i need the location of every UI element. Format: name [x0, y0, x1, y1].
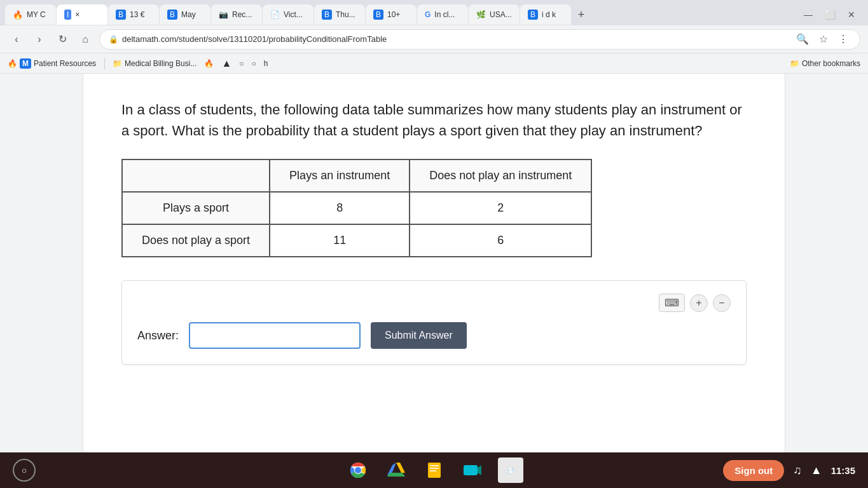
address-bar[interactable]: 🔒 deltamath.com/student/solve/13110201/p…: [99, 29, 860, 50]
tab-13e[interactable]: B 13 €: [108, 4, 159, 25]
table-row-sport: Plays a sport 8 2: [122, 192, 591, 224]
bookmark-drive[interactable]: ▲: [221, 58, 231, 69]
main-content: In a class of students, the following da…: [83, 74, 785, 452]
answer-row: Answer: Submit Answer: [137, 322, 731, 349]
url-text: deltamath.com/student/solve/13110201/pro…: [122, 34, 387, 44]
taskbar-docs-thumbnail[interactable]: 📄: [498, 458, 523, 483]
wifi-icon: ▲: [811, 464, 822, 477]
taskbar: ○: [0, 452, 868, 488]
taskbar-chrome[interactable]: [345, 458, 371, 483]
music-icon: ♫: [793, 464, 802, 477]
tabs-container: 🔥 MY C I × B 13 € B May 📷 Rec... 📄 Vict: [5, 4, 571, 25]
tab-may[interactable]: B May: [160, 4, 210, 25]
minimize-button[interactable]: —: [799, 6, 817, 24]
svg-rect-11: [464, 465, 478, 475]
tab-bar: 🔥 MY C I × B 13 € B May 📷 Rec... 📄 Vict: [0, 0, 868, 25]
tab-idk[interactable]: B i d k: [520, 4, 571, 25]
answer-tools: ⌨ + −: [137, 294, 731, 312]
back-button[interactable]: ‹: [8, 30, 25, 48]
taskbar-right: Sign out ♫ ▲ 11:35: [723, 460, 855, 481]
new-tab-button[interactable]: +: [572, 6, 590, 24]
tab-myc[interactable]: 🔥 MY C: [5, 4, 56, 25]
bookmark-h-label: h: [264, 59, 268, 68]
bookmarks-bar: 🔥 M Patient Resources -... 📁 Medical Bil…: [0, 53, 868, 74]
bookmark-folder-icon-2: 📁: [113, 59, 122, 68]
svg-rect-9: [430, 468, 439, 469]
tab-usa[interactable]: 🌿 USA...: [469, 4, 520, 25]
cell-no-sport-no-instrument: 6: [410, 224, 591, 257]
bookmark-patient-label: Patient Resources -...: [34, 59, 97, 68]
bookmark-circle[interactable]: ○: [239, 59, 244, 68]
circle-icon-2: ○: [251, 59, 256, 68]
cell-sport-instrument: 8: [270, 192, 410, 224]
search-icon-button[interactable]: 🔍: [794, 32, 811, 46]
bookmark-medical-label: Medical Billing Busi...: [125, 59, 196, 68]
taskbar-meet[interactable]: [460, 458, 485, 483]
close-button[interactable]: ✕: [843, 6, 860, 24]
taskbar-left: ○: [13, 459, 36, 482]
answer-label: Answer:: [137, 329, 179, 342]
cell-sport-no-instrument: 2: [410, 192, 591, 224]
svg-rect-8: [430, 465, 439, 466]
reload-button[interactable]: ↻: [53, 30, 71, 48]
bookmark-h[interactable]: h: [264, 59, 268, 68]
table-header-no-instrument: Does not play an instrument: [410, 159, 591, 192]
tab-rec[interactable]: 📷 Rec...: [211, 4, 262, 25]
home-button[interactable]: ⌂: [76, 30, 94, 48]
row-label-no-sport: Does not play a sport: [122, 224, 270, 257]
row-label-sport: Plays a sport: [122, 192, 270, 224]
fire-icon: 🔥: [204, 59, 214, 68]
bookmark-folder-icon-right: 📁: [790, 59, 799, 68]
zoom-out-button[interactable]: −: [713, 294, 731, 312]
bookmark-folder-icon: 🔥: [8, 59, 17, 68]
taskbar-slides[interactable]: [422, 458, 447, 483]
bookmark-fire[interactable]: 🔥: [204, 59, 214, 68]
bookmark-patient-resources[interactable]: 🔥 M Patient Resources -...: [8, 58, 97, 69]
svg-marker-12: [478, 465, 481, 475]
answer-input[interactable]: [189, 322, 361, 349]
keyboard-button[interactable]: ⌨: [659, 294, 685, 312]
tab-10plus[interactable]: B 10+: [366, 4, 417, 25]
bookmark-medical-billing[interactable]: 📁 Medical Billing Busi...: [113, 59, 196, 68]
drive-icon: ▲: [221, 58, 231, 69]
tab-thu[interactable]: B Thu...: [314, 4, 365, 25]
data-table: Plays an instrument Does not play an ins…: [121, 159, 592, 257]
zoom-in-button[interactable]: +: [690, 294, 708, 312]
taskbar-center: 📄: [345, 458, 523, 483]
tab-vict[interactable]: 📄 Vict...: [263, 4, 313, 25]
bookmark-separator: [104, 58, 105, 69]
answer-section: ⌨ + − Answer: Submit Answer: [121, 280, 747, 365]
time-display: 11:35: [831, 465, 855, 476]
taskbar-drive[interactable]: [383, 458, 409, 483]
svg-marker-6: [387, 473, 405, 477]
svg-rect-10: [430, 470, 436, 471]
lock-icon: 🔒: [109, 35, 118, 44]
submit-button[interactable]: Submit Answer: [371, 322, 467, 349]
bookmarks-right: 📁 Other bookmarks: [790, 59, 860, 68]
forward-button[interactable]: ›: [31, 30, 48, 48]
question-text: In a class of students, the following da…: [121, 99, 747, 141]
table-header-plays-instrument: Plays an instrument: [270, 159, 410, 192]
tab-active[interactable]: I ×: [57, 4, 107, 25]
sign-out-button[interactable]: Sign out: [723, 460, 784, 481]
browser-controls: ‹ › ↻ ⌂ 🔒 deltamath.com/student/solve/13…: [0, 25, 868, 53]
cell-no-sport-instrument: 11: [270, 224, 410, 257]
restore-button[interactable]: ⬜: [821, 6, 839, 24]
other-bookmarks-label: Other bookmarks: [802, 59, 860, 68]
table-empty-header: [122, 159, 270, 192]
tab-incl[interactable]: G In cl...: [417, 4, 468, 25]
more-options-button[interactable]: ⋮: [836, 32, 851, 46]
bookmark-star-button[interactable]: ☆: [816, 32, 830, 46]
taskbar-circle-button[interactable]: ○: [13, 459, 36, 482]
table-row-no-sport: Does not play a sport 11 6: [122, 224, 591, 257]
svg-marker-5: [396, 463, 405, 473]
page-wrapper: In a class of students, the following da…: [0, 74, 868, 452]
browser-chrome: 🔥 MY C I × B 13 € B May 📷 Rec... 📄 Vict: [0, 0, 868, 74]
bookmark-circle2[interactable]: ○: [251, 59, 256, 68]
circle-icon: ○: [239, 59, 244, 68]
svg-point-2: [355, 467, 361, 473]
